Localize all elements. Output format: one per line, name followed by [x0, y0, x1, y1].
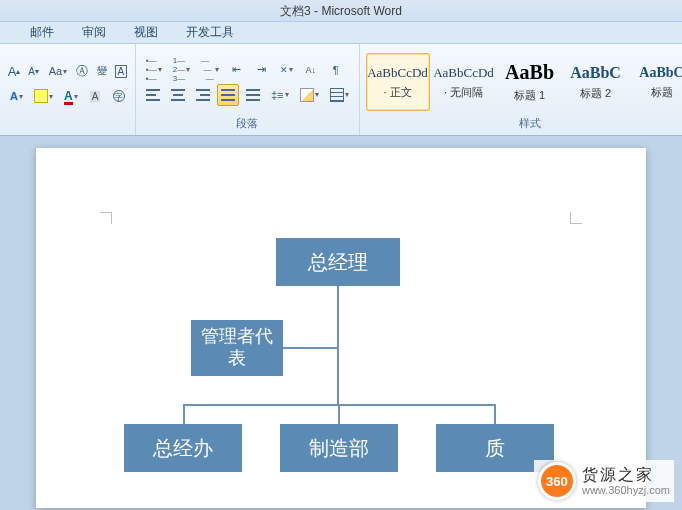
clear-format-button[interactable]: Ⓐ	[74, 60, 90, 82]
tab-mail[interactable]: 邮件	[20, 22, 64, 43]
enclosed-char-button[interactable]: 字	[108, 85, 129, 107]
style-preview: AaBbCcDd	[433, 65, 494, 81]
numbering-icon: 1—2—3—	[173, 56, 185, 83]
style-label: 标题 2	[580, 86, 611, 101]
style-preview: AaBbC	[639, 65, 682, 81]
connector-line	[338, 404, 340, 424]
paint-bucket-icon	[300, 88, 314, 102]
style-item-1[interactable]: AaBbCcDd无间隔	[432, 53, 496, 111]
pilcrow-icon: ¶	[333, 64, 339, 76]
watermark-url: www.360hyzj.com	[582, 484, 670, 496]
multilevel-button[interactable]: — — —▾	[197, 59, 222, 81]
line-spacing-button[interactable]: ‡≡▾	[267, 84, 293, 106]
change-case-button[interactable]: Aa▾	[45, 60, 71, 82]
multilevel-icon: — — —	[201, 56, 213, 83]
ribbon-group-font: A▴ A▾ Aa▾ Ⓐ 變 A A▾ ▾ A▾ A 字	[0, 44, 136, 135]
style-item-3[interactable]: AaBbC标题 2	[564, 53, 628, 111]
document-workspace: 总经理 管理者代表 总经办 制造部 质	[0, 136, 682, 510]
align-left-button[interactable]	[142, 84, 164, 106]
asian-layout-button[interactable]: ✕▾	[276, 59, 297, 81]
highlight-icon	[34, 89, 48, 103]
text-effects-button[interactable]: A▾	[6, 85, 27, 107]
watermark: 360 货源之家 www.360hyzj.com	[534, 460, 674, 502]
phonetic-icon: 變	[97, 64, 107, 78]
asian-layout-icon: ✕	[280, 65, 288, 75]
show-marks-button[interactable]: ¶	[325, 59, 347, 81]
distribute-button[interactable]	[242, 84, 264, 106]
font-color-button[interactable]: A▾	[60, 85, 82, 107]
char-border-button[interactable]: A	[113, 60, 129, 82]
ribbon: A▴ A▾ Aa▾ Ⓐ 變 A A▾ ▾ A▾ A 字 ▪—▪—▪—▾ 1—2—…	[0, 44, 682, 136]
borders-button[interactable]: ▾	[326, 84, 353, 106]
style-preview: AaBb	[505, 61, 554, 84]
shading-button[interactable]: ▾	[296, 84, 323, 106]
font-color-icon: A	[64, 89, 73, 103]
outdent-icon: ⇤	[232, 63, 241, 76]
numbering-button[interactable]: 1—2—3—▾	[169, 59, 194, 81]
paragraph-group-label: 段落	[142, 116, 353, 133]
char-shading-button[interactable]: A	[85, 85, 106, 107]
line-spacing-icon: ‡≡	[271, 89, 284, 101]
align-justify-icon	[221, 89, 235, 101]
styles-group-label: 样式	[366, 116, 682, 133]
borders-icon	[330, 88, 344, 102]
style-preview: AaBbCcDd	[367, 65, 428, 81]
align-left-icon	[146, 89, 160, 101]
org-node-child[interactable]: 制造部	[280, 424, 398, 472]
eraser-icon: Ⓐ	[76, 63, 88, 80]
connector-line	[283, 347, 338, 349]
ribbon-tab-row: 邮件 审阅 视图 开发工具	[0, 22, 682, 44]
align-center-button[interactable]	[167, 84, 189, 106]
char-shading-icon: A	[90, 91, 101, 102]
margin-mark-tr	[570, 212, 582, 224]
style-item-0[interactable]: AaBbCcDd正文	[366, 53, 430, 111]
tab-developer[interactable]: 开发工具	[176, 22, 244, 43]
org-chart[interactable]: 总经理 管理者代表 总经办 制造部 质	[36, 238, 646, 498]
style-item-2[interactable]: AaBb标题 1	[498, 53, 562, 111]
style-preview: AaBbC	[570, 64, 621, 82]
window-title: 文档3 - Microsoft Word	[280, 4, 402, 18]
sort-button[interactable]: A↓	[300, 59, 322, 81]
decrease-indent-button[interactable]: ⇤	[226, 59, 248, 81]
highlight-button[interactable]: ▾	[30, 85, 57, 107]
char-border-icon: A	[115, 65, 128, 78]
align-center-icon	[171, 89, 185, 101]
distribute-icon	[246, 89, 260, 101]
enclosed-icon: 字	[113, 90, 125, 102]
increase-indent-button[interactable]: ⇥	[251, 59, 273, 81]
style-label: 正文	[383, 85, 411, 100]
indent-icon: ⇥	[257, 63, 266, 76]
sort-icon: A↓	[305, 65, 316, 75]
bullets-button[interactable]: ▪—▪—▪—▾	[142, 59, 166, 81]
margin-mark-tl	[100, 212, 112, 224]
style-label: 无间隔	[444, 85, 483, 100]
font-group-label	[6, 119, 129, 133]
connector-line	[494, 404, 496, 424]
watermark-badge: 360	[538, 462, 576, 500]
document-page[interactable]: 总经理 管理者代表 总经办 制造部 质	[36, 148, 646, 508]
org-node-label: 管理者代表	[196, 326, 278, 369]
window-title-bar: 文档3 - Microsoft Word	[0, 0, 682, 22]
align-right-icon	[196, 89, 210, 101]
align-justify-button[interactable]	[217, 84, 239, 106]
style-item-4[interactable]: AaBbC标题	[630, 53, 682, 111]
org-node-child[interactable]: 总经办	[124, 424, 242, 472]
tab-view[interactable]: 视图	[124, 22, 168, 43]
shrink-font-button[interactable]: A▾	[25, 60, 41, 82]
ribbon-group-paragraph: ▪—▪—▪—▾ 1—2—3—▾ — — —▾ ⇤ ⇥ ✕▾ A↓ ¶ ‡≡▾ ▾…	[136, 44, 360, 135]
grow-font-button[interactable]: A▴	[6, 60, 22, 82]
connector-line	[183, 404, 185, 424]
org-node-assistant[interactable]: 管理者代表	[191, 320, 283, 376]
bullets-icon: ▪—▪—▪—	[146, 56, 157, 83]
tab-review[interactable]: 审阅	[72, 22, 116, 43]
style-label: 标题	[651, 85, 673, 100]
ribbon-group-styles: AaBbCcDd正文AaBbCcDd无间隔AaBb标题 1AaBbC标题 2Aa…	[360, 44, 682, 135]
align-right-button[interactable]	[192, 84, 214, 106]
style-label: 标题 1	[514, 88, 545, 103]
watermark-title: 货源之家	[582, 466, 670, 484]
watermark-text: 货源之家 www.360hyzj.com	[582, 466, 670, 496]
org-node-root[interactable]: 总经理	[276, 238, 400, 286]
connector-line	[337, 286, 339, 404]
phonetic-guide-button[interactable]: 變	[93, 60, 109, 82]
